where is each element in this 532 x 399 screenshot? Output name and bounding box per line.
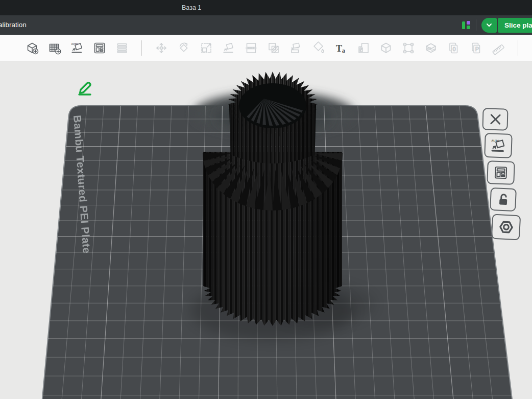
place-on-face-icon[interactable] [222, 41, 236, 55]
text-tool-icon[interactable]: Ta [334, 41, 348, 55]
pencil-icon [75, 78, 95, 96]
arrange-plate-button[interactable] [487, 160, 515, 185]
seam-paint-icon[interactable] [356, 41, 371, 55]
cut-icon[interactable] [244, 41, 258, 55]
main-toolbar: AUTOTa0P [0, 35, 532, 61]
window-title: Ваза 1 [182, 4, 201, 11]
svg-text:a: a [342, 47, 345, 53]
page-p-icon[interactable]: P [469, 41, 483, 55]
support-paint-icon[interactable] [289, 41, 303, 55]
toolbar-divider [141, 40, 142, 56]
mesh-edit-icon[interactable] [401, 41, 416, 55]
plate-settings-button[interactable] [491, 214, 521, 241]
svg-text:0: 0 [453, 45, 456, 52]
viewport-3d[interactable]: Bambu Textured PEI Plate AUTO [0, 62, 532, 399]
menu-divider [476, 19, 476, 31]
add-plate-icon[interactable] [47, 41, 62, 55]
orient-plate-button[interactable]: AUTO [484, 133, 513, 158]
toolbar-divider [518, 40, 518, 56]
chevron-down-icon [485, 21, 493, 29]
titlebar: Ваза 1 [0, 0, 532, 15]
split-to-objects-icon[interactable] [115, 41, 129, 55]
slice-options-dropdown[interactable] [481, 18, 497, 33]
add-model-icon[interactable] [25, 41, 39, 55]
move-icon[interactable] [154, 41, 168, 55]
plate-thumb-square-purple [467, 21, 470, 25]
svg-text:P: P [475, 45, 479, 52]
delete-plate-button[interactable] [482, 108, 508, 130]
rotate-icon[interactable] [177, 41, 191, 55]
svg-text:T: T [336, 43, 342, 54]
plate-thumb-bar [462, 21, 465, 29]
plate-thumb-square-green [467, 26, 470, 29]
negative-part-icon[interactable] [379, 41, 393, 55]
plate-preview-icon[interactable] [462, 21, 470, 29]
arrange-icon[interactable] [92, 41, 107, 55]
variable-layer-height-icon[interactable] [424, 41, 438, 55]
color-paint-icon[interactable] [311, 41, 326, 55]
mesh-boolean-icon[interactable] [267, 41, 281, 55]
measure-icon[interactable] [491, 41, 505, 55]
slice-plate-button[interactable]: Slice pla [498, 18, 532, 33]
page-zero-icon[interactable]: 0 [446, 41, 461, 55]
menu-bar: alibration Slice pla [0, 15, 532, 35]
menu-item-calibration[interactable]: alibration [0, 21, 27, 29]
edit-plate-name-icon[interactable] [75, 78, 95, 96]
menu-bar-right: Slice pla [462, 15, 532, 35]
scale-icon[interactable] [199, 41, 213, 55]
auto-orient-icon[interactable]: AUTO [70, 41, 84, 55]
lock-plate-button[interactable] [490, 187, 517, 212]
